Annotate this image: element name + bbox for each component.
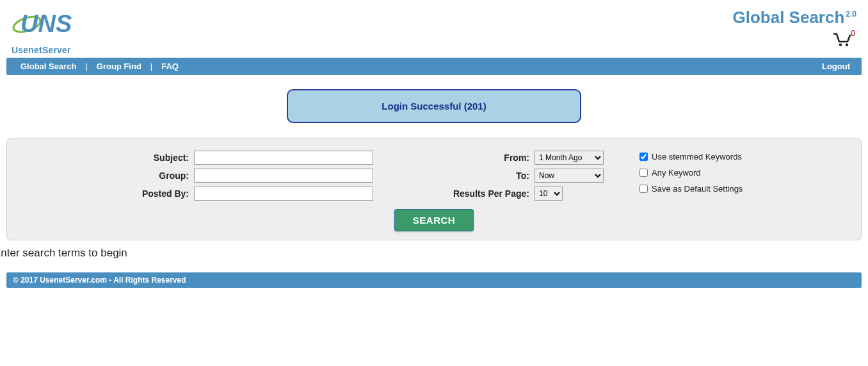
svg-point-2 (839, 44, 842, 46)
content: Login Successful (201) Subject: Group: P… (0, 89, 868, 240)
search-button-row: SEARCH (15, 210, 853, 231)
group-input[interactable] (194, 169, 373, 183)
nav-separator: | (83, 62, 90, 71)
cart-button[interactable]: 0 (832, 31, 856, 49)
any-keyword-row[interactable]: Any Keyword (639, 168, 743, 178)
label-rpp: Results Per Page: (453, 188, 529, 199)
search-button[interactable]: SEARCH (395, 210, 473, 231)
label-posted-by: Posted By: (142, 188, 189, 199)
nav-faq[interactable]: FAQ (155, 60, 185, 72)
nav-global-search[interactable]: Global Search (14, 60, 83, 72)
results-per-page-select[interactable]: 10 (534, 187, 563, 201)
cart-count: 0 (851, 29, 855, 38)
form-column-middle: From: 1 Month Ago To: Now Results Per Pa… (373, 151, 616, 201)
save-default-checkbox[interactable] (639, 185, 648, 193)
any-keyword-checkbox[interactable] (639, 169, 648, 177)
uns-logo: UNS (12, 5, 82, 44)
nav-logout[interactable]: Logout (818, 60, 854, 72)
search-prompt: Enter search terms to begin (0, 247, 868, 260)
logo-subtext: UsenetServer (12, 45, 82, 55)
page-title: Global Search2.0 (732, 8, 856, 28)
label-group: Group: (159, 171, 189, 181)
title-main: Global Search (732, 8, 844, 27)
save-default-label: Save as Default Settings (652, 184, 743, 194)
navbar-left: Global Search | Group Find | FAQ (14, 60, 185, 72)
form-grid: Subject: Group: Posted By: From: 1 Month… (15, 151, 853, 201)
stemmed-checkbox[interactable] (639, 153, 648, 161)
label-to: To: (516, 171, 529, 181)
label-subject: Subject: (154, 153, 189, 163)
subject-input[interactable] (194, 151, 373, 165)
form-column-right: Use stemmed Keywords Any Keyword Save as… (616, 151, 743, 194)
stemmed-row[interactable]: Use stemmed Keywords (639, 152, 743, 162)
search-panel: Subject: Group: Posted By: From: 1 Month… (6, 138, 862, 240)
login-banner: Login Successful (201) (287, 89, 581, 123)
stemmed-label: Use stemmed Keywords (652, 152, 742, 162)
header: UNS UsenetServer Global Search2.0 0 (0, 0, 868, 58)
posted-by-input[interactable] (194, 187, 373, 201)
any-keyword-label: Any Keyword (652, 168, 701, 178)
cart-icon (832, 31, 853, 47)
form-column-left: Subject: Group: Posted By: (15, 151, 373, 201)
logo-area: UNS UsenetServer (12, 5, 82, 55)
save-default-row[interactable]: Save as Default Settings (639, 184, 743, 194)
title-version: 2.0 (846, 10, 856, 19)
from-select[interactable]: 1 Month Ago (534, 151, 604, 165)
nav-separator: | (148, 62, 155, 71)
footer: © 2017 UsenetServer.com - All Rights Res… (6, 272, 862, 288)
svg-text:UNS: UNS (20, 10, 72, 37)
label-from: From: (504, 153, 529, 163)
header-right: Global Search2.0 0 (732, 5, 856, 49)
to-select[interactable]: Now (534, 169, 604, 183)
svg-point-3 (846, 44, 848, 46)
navbar: Global Search | Group Find | FAQ Logout (6, 58, 862, 75)
nav-group-find[interactable]: Group Find (90, 60, 148, 72)
